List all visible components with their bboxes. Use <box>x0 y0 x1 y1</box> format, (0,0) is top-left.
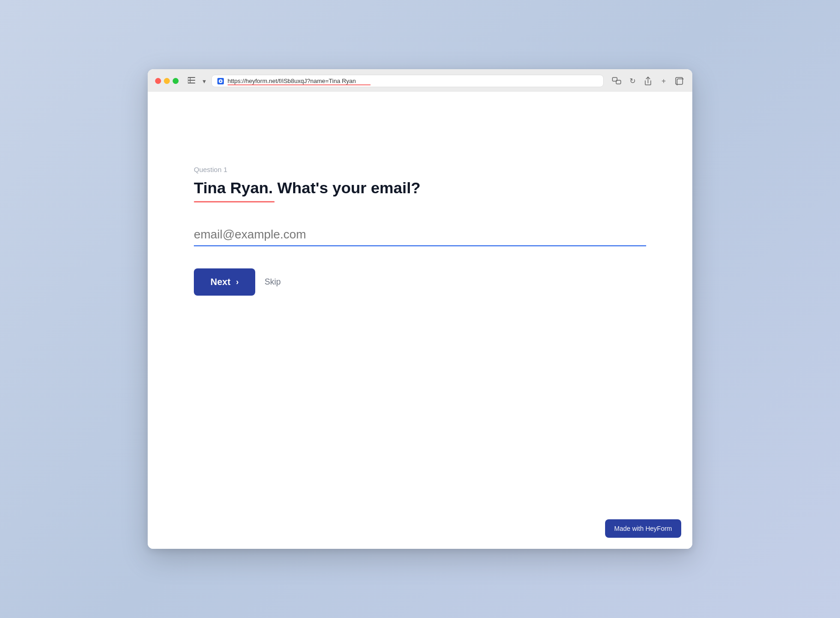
heyform-badge[interactable]: Made with HeyForm <box>605 519 681 538</box>
minimize-button[interactable] <box>164 78 170 84</box>
email-input-container <box>194 227 646 246</box>
browser-actions: ↻ + <box>611 76 685 87</box>
toolbar-icons: ▾ <box>186 76 208 86</box>
next-button-label: Next <box>210 277 230 287</box>
translate-icon[interactable] <box>611 76 622 87</box>
question-label: Question 1 <box>194 166 646 173</box>
page-content: Question 1 Tina Ryan. What's your email?… <box>148 92 692 549</box>
button-row: Next › Skip <box>194 268 646 296</box>
browser-chrome: ▾ https://heyform.net/f/iSb8uxqJ?name=Ti… <box>148 69 692 92</box>
browser-content: Question 1 Tina Ryan. What's your email?… <box>148 92 692 549</box>
new-tab-icon[interactable]: + <box>658 76 669 87</box>
next-button[interactable]: Next › <box>194 268 255 296</box>
email-input[interactable] <box>194 227 646 242</box>
chevron-down-icon[interactable]: ▾ <box>201 77 208 86</box>
svg-rect-1 <box>188 80 195 81</box>
skip-button[interactable]: Skip <box>264 277 281 287</box>
sidebar-toggle-icon[interactable] <box>186 76 197 86</box>
maximize-button[interactable] <box>173 78 179 84</box>
share-icon[interactable] <box>642 76 654 87</box>
url-underline <box>228 84 371 85</box>
url-text: https://heyform.net/f/iSb8uxqJ?name=Tina… <box>228 77 598 84</box>
url-value: https://heyform.net/f/iSb8uxqJ?name=Tina… <box>228 77 356 84</box>
close-button[interactable] <box>155 78 161 84</box>
address-bar[interactable]: https://heyform.net/f/iSb8uxqJ?name=Tina… <box>211 75 604 87</box>
title-underline <box>194 201 275 202</box>
tabs-icon[interactable] <box>674 76 685 87</box>
refresh-icon[interactable]: ↻ <box>627 76 638 87</box>
question-title: Tina Ryan. What's your email? <box>194 179 420 197</box>
browser-window: ▾ https://heyform.net/f/iSb8uxqJ?name=Ti… <box>148 69 692 549</box>
next-arrow-icon: › <box>236 277 239 287</box>
favicon-icon <box>217 78 224 84</box>
traffic-lights <box>155 78 179 84</box>
title-bar: ▾ https://heyform.net/f/iSb8uxqJ?name=Ti… <box>155 75 685 87</box>
